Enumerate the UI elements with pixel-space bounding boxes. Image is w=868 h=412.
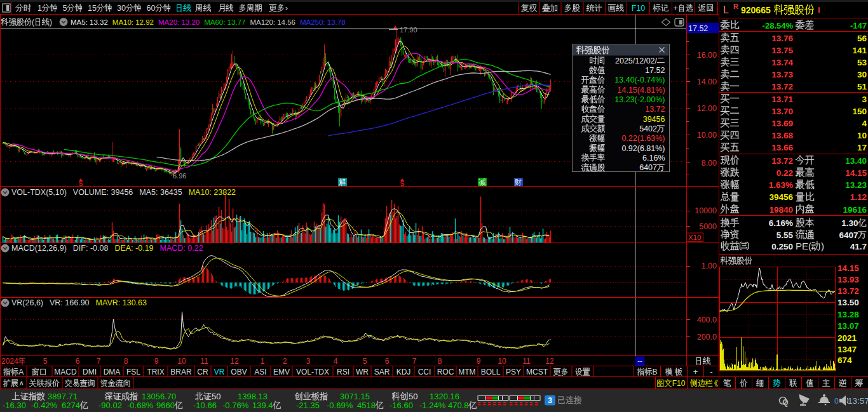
- svg-text:19616: 19616: [843, 205, 867, 215]
- svg-text:3: 3: [548, 396, 552, 405]
- svg-text:8: 8: [438, 357, 442, 366]
- svg-text:4518: 4518: [357, 401, 376, 410]
- svg-text:FSL: FSL: [126, 368, 140, 376]
- svg-text:10: 10: [857, 131, 867, 140]
- svg-text:VOLUME: 39456: VOLUME: 39456: [73, 188, 133, 197]
- svg-text:14.00: 14.00: [697, 77, 717, 86]
- svg-text:3071.15: 3071.15: [340, 392, 370, 401]
- svg-text:-28.54%: -28.54%: [763, 21, 794, 30]
- svg-text:13.68: 13.68: [771, 131, 793, 140]
- svg-text:4: 4: [334, 357, 338, 366]
- svg-text:9660: 9660: [156, 401, 175, 410]
- svg-text:MA10: 23822: MA10: 23822: [189, 188, 236, 197]
- svg-text:920665: 920665: [741, 5, 771, 15]
- svg-text:12: 12: [545, 357, 554, 366]
- svg-text:13.72: 13.72: [771, 156, 793, 166]
- svg-text:19840: 19840: [770, 205, 794, 215]
- svg-text:BRAR: BRAR: [170, 368, 192, 376]
- svg-text:51: 51: [857, 82, 867, 91]
- svg-text:11: 11: [200, 357, 208, 366]
- svg-text:KDJ: KDJ: [397, 368, 411, 376]
- svg-text:7: 7: [97, 357, 101, 366]
- svg-text:ROC: ROC: [437, 368, 454, 376]
- svg-text:1347: 1347: [837, 345, 857, 354]
- svg-text:WR: WR: [356, 368, 369, 376]
- svg-text:139.4: 139.4: [252, 401, 273, 410]
- svg-text:∧: ∧: [19, 379, 24, 387]
- svg-text:F10: F10: [632, 4, 646, 13]
- svg-text:6.96: 6.96: [173, 172, 186, 180]
- svg-text:50: 50: [212, 392, 220, 401]
- svg-text:DMI: DMI: [83, 368, 97, 376]
- svg-text:12.00: 12.00: [697, 104, 717, 113]
- svg-text:1: 1: [37, 4, 42, 13]
- svg-text:13.40(-0.74%): 13.40(-0.74%): [614, 76, 665, 84]
- svg-text:MACD: 0.22: MACD: 0.22: [160, 244, 203, 253]
- svg-text:17.52: 17.52: [645, 66, 665, 75]
- svg-text:6: 6: [385, 357, 390, 366]
- svg-text:OBV: OBV: [231, 368, 247, 376]
- svg-text:7: 7: [412, 357, 417, 366]
- svg-text:VR(26,6): VR(26,6): [11, 298, 43, 307]
- svg-text:-90.02: -90.02: [98, 401, 122, 410]
- svg-text:0.22: 0.22: [776, 168, 793, 178]
- svg-text:CR: CR: [197, 368, 208, 376]
- svg-text:13.71: 13.71: [771, 95, 793, 104]
- svg-text:400.0: 400.0: [697, 316, 717, 324]
- svg-text:2: 2: [283, 357, 287, 366]
- svg-text:1.00: 1.00: [702, 262, 717, 270]
- svg-text:VR: VR: [214, 368, 225, 376]
- svg-text:5: 5: [43, 357, 48, 366]
- svg-text:30: 30: [117, 4, 126, 13]
- svg-text:-1.24%: -1.24%: [419, 401, 446, 410]
- svg-text:14.15(4.81%): 14.15(4.81%): [618, 86, 665, 95]
- svg-text:16.00: 16.00: [697, 51, 717, 60]
- svg-text:1.30: 1.30: [841, 218, 858, 228]
- svg-text:DIF: -0.08: DIF: -0.08: [73, 244, 109, 253]
- svg-text:L: L: [723, 4, 729, 15]
- svg-text:S: S: [79, 180, 83, 187]
- svg-text:0.250: 0.250: [771, 242, 793, 251]
- svg-text:): ): [821, 241, 824, 251]
- svg-text:13.28: 13.28: [837, 310, 859, 319]
- svg-text:1398.13: 1398.13: [238, 392, 268, 401]
- svg-text:6407: 6407: [839, 230, 858, 240]
- svg-text:41.7: 41.7: [850, 242, 867, 251]
- svg-text:MCST: MCST: [526, 368, 548, 376]
- svg-text:3: 3: [862, 95, 867, 104]
- svg-text:2025/12/02/: 2025/12/02/: [615, 56, 658, 65]
- svg-text:13.07: 13.07: [837, 321, 859, 331]
- svg-text:-0.68%: -0.68%: [127, 401, 154, 410]
- svg-text:-16.60: -16.60: [390, 401, 413, 410]
- svg-text:2024: 2024: [1, 357, 18, 366]
- svg-text:13.72: 13.72: [837, 286, 859, 296]
- svg-text:VR: 166.90: VR: 166.90: [50, 298, 90, 307]
- svg-text:13.40: 13.40: [845, 156, 867, 166]
- svg-text:9: 9: [477, 357, 481, 366]
- svg-text:(: (: [32, 18, 34, 27]
- svg-text:17: 17: [857, 143, 867, 152]
- svg-text:13.50: 13.50: [837, 298, 859, 307]
- svg-text:11: 11: [522, 357, 531, 366]
- svg-text:MAVR: 130.63: MAVR: 130.63: [96, 298, 147, 307]
- svg-text:i: i: [818, 5, 820, 15]
- svg-text:+: +: [673, 4, 677, 13]
- svg-text:13.70: 13.70: [771, 107, 793, 116]
- svg-text:R: R: [733, 3, 738, 10]
- svg-text:6407: 6407: [639, 163, 657, 172]
- svg-text:13.66: 13.66: [771, 143, 793, 152]
- svg-text:56: 56: [857, 34, 867, 43]
- svg-text:-147: -147: [850, 21, 867, 30]
- svg-text:-0.69%: -0.69%: [327, 401, 353, 410]
- svg-text:141: 141: [853, 46, 867, 55]
- svg-text:0: 0: [834, 397, 839, 406]
- svg-text:MA10: 12.92: MA10: 12.92: [112, 18, 154, 26]
- svg-text:53: 53: [857, 58, 867, 67]
- svg-text:8.00: 8.00: [702, 159, 717, 168]
- svg-text:MA5: 36435: MA5: 36435: [139, 188, 182, 197]
- svg-text:5: 5: [63, 4, 67, 13]
- svg-text:MTM: MTM: [458, 368, 475, 376]
- svg-text:MA5: 13.32: MA5: 13.32: [71, 18, 108, 26]
- svg-text:674: 674: [837, 356, 852, 365]
- svg-text:13.23(-2.00%): 13.23(-2.00%): [614, 95, 665, 104]
